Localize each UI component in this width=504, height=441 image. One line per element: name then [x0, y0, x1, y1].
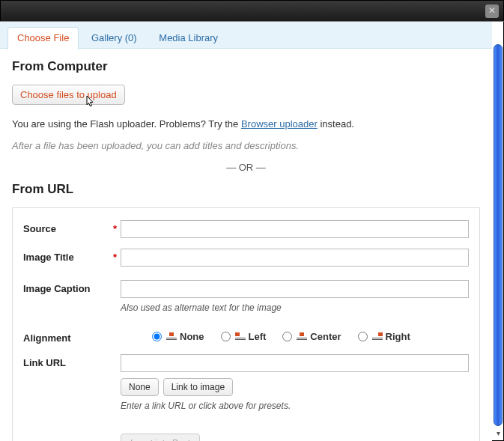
- from-computer-heading: From Computer: [12, 59, 480, 74]
- close-icon[interactable]: ✕: [485, 4, 499, 18]
- link-url-label: Link URL: [23, 354, 113, 368]
- align-right-icon: [372, 332, 383, 341]
- image-caption-label: Image Caption: [23, 280, 113, 294]
- source-label: Source: [23, 220, 113, 234]
- scroll-down-icon[interactable]: ▾: [494, 429, 502, 437]
- align-none-text: None: [180, 331, 204, 342]
- image-title-label: Image Title: [23, 249, 113, 263]
- tab-choose-file[interactable]: Choose File: [7, 27, 79, 50]
- align-none-radio[interactable]: [152, 332, 162, 341]
- browser-uploader-link[interactable]: Browser uploader: [241, 118, 318, 130]
- tab-media-library[interactable]: Media Library: [149, 27, 228, 49]
- align-left-icon: [235, 332, 246, 341]
- align-right-text: Right: [386, 331, 410, 342]
- from-url-form: Source * Image Title * I: [12, 207, 480, 441]
- link-none-button[interactable]: None: [121, 378, 159, 396]
- align-right-radio[interactable]: [358, 332, 368, 341]
- tab-gallery[interactable]: Gallery (0): [82, 27, 147, 49]
- source-input[interactable]: [121, 220, 469, 238]
- dialog-titlebar: ✕: [1, 1, 503, 22]
- required-mark: *: [113, 220, 121, 234]
- link-to-image-button[interactable]: Link to image: [163, 378, 233, 396]
- link-url-input[interactable]: [121, 354, 469, 372]
- flash-uploader-hint: You are using the Flash uploader. Proble…: [12, 118, 480, 130]
- align-center-radio[interactable]: [282, 332, 292, 341]
- after-upload-hint: After a file has been uploaded, you can …: [12, 140, 480, 151]
- align-right-option[interactable]: Right: [358, 331, 410, 342]
- link-url-help: Enter a link URL or click above for pres…: [121, 401, 469, 411]
- align-left-radio[interactable]: [221, 332, 231, 341]
- alignment-label: Alignment: [23, 329, 113, 344]
- caption-help: Also used as alternate text for the imag…: [121, 302, 469, 313]
- image-caption-input[interactable]: [121, 280, 469, 298]
- from-url-heading: From URL: [12, 182, 480, 197]
- align-center-icon: [297, 332, 307, 341]
- dialog-body: Choose File Gallery (0) Media Library Fr…: [0, 21, 504, 441]
- image-title-input[interactable]: [121, 249, 469, 267]
- required-mark: *: [113, 249, 121, 263]
- flash-hint-prefix: You are using the Flash uploader. Proble…: [12, 118, 241, 130]
- align-left-option[interactable]: Left: [221, 331, 267, 342]
- or-separator: — OR —: [12, 162, 480, 173]
- choose-files-button[interactable]: Choose files to upload: [12, 85, 125, 105]
- align-none-option[interactable]: None: [152, 331, 204, 342]
- align-center-text: Center: [310, 331, 341, 342]
- tab-bar: Choose File Gallery (0) Media Library: [0, 22, 492, 49]
- scrollbar-thumb[interactable]: [494, 44, 503, 426]
- insert-into-post-button: Insert into Post: [121, 434, 200, 441]
- align-none-icon: [166, 332, 177, 341]
- flash-hint-suffix: instead.: [318, 118, 354, 130]
- align-left-text: Left: [249, 331, 267, 342]
- align-center-option[interactable]: Center: [282, 331, 341, 342]
